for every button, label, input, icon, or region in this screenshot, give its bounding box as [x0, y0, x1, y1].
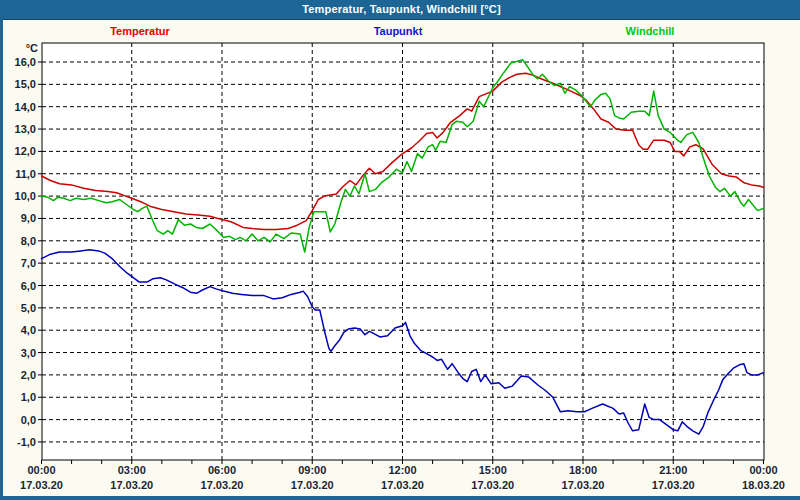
x-tick-time-label: 00:00: [749, 464, 777, 476]
y-tick-label: 1,0: [21, 391, 36, 403]
x-tick-time-label: 21:00: [659, 464, 687, 476]
x-tick-time-label: 15:00: [479, 464, 507, 476]
y-tick-label: 6,0: [21, 280, 36, 292]
y-tick-label: 10,0: [15, 190, 36, 202]
chart-svg: 16,015,014,013,012,011,010,09,08,07,06,0…: [3, 0, 800, 500]
x-tick-date-label: 17.03.20: [110, 479, 153, 491]
x-tick-date-label: 17.03.20: [652, 479, 695, 491]
y-tick-label: 3,0: [21, 347, 36, 359]
x-tick-time-label: 12:00: [388, 464, 416, 476]
y-tick-label: 7,0: [21, 257, 36, 269]
y-axis-unit: °C: [26, 42, 38, 54]
x-tick-date-label: 17.03.20: [201, 479, 244, 491]
x-tick-date-label: 17.03.20: [20, 479, 63, 491]
x-tick-date-label: 17.03.20: [291, 479, 334, 491]
y-tick-label: 13,0: [15, 123, 36, 135]
weather-chart-window: { "window": { "title": "Temperatur, Taup…: [0, 0, 800, 500]
x-tick-time-label: 18:00: [569, 464, 597, 476]
y-tick-label: 11,0: [15, 168, 36, 180]
y-tick-label: 8,0: [21, 235, 36, 247]
y-tick-label: 12,0: [15, 145, 36, 157]
x-tick-time-label: 09:00: [298, 464, 326, 476]
x-tick-date-label: 17.03.20: [562, 479, 605, 491]
y-tick-label: -1,0: [17, 436, 36, 448]
y-tick-label: 0,0: [21, 414, 36, 426]
x-tick-time-label: 06:00: [208, 464, 236, 476]
y-tick-label: 16,0: [15, 56, 36, 68]
x-tick-date-label: 17.03.20: [381, 479, 424, 491]
y-tick-label: 15,0: [15, 78, 36, 90]
x-tick-date-label: 18.03.20: [742, 479, 785, 491]
y-tick-label: 14,0: [15, 101, 36, 113]
y-tick-label: 2,0: [21, 369, 36, 381]
x-tick-time-label: 03:00: [118, 464, 146, 476]
y-tick-label: 5,0: [21, 302, 36, 314]
x-tick-date-label: 17.03.20: [471, 479, 514, 491]
y-tick-label: 4,0: [21, 324, 36, 336]
y-tick-label: 9,0: [21, 212, 36, 224]
x-tick-time-label: 00:00: [27, 464, 55, 476]
chart-area: 16,015,014,013,012,011,010,09,08,07,06,0…: [3, 0, 800, 500]
